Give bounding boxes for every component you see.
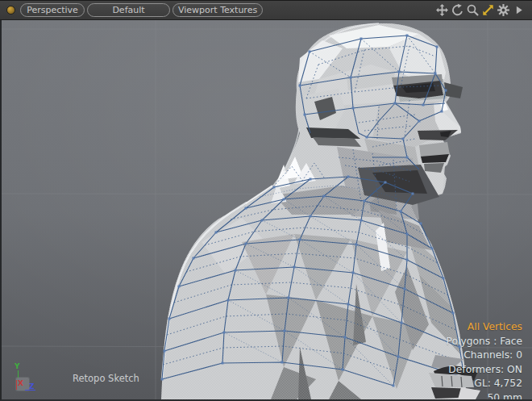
polygons-mode-label: Polygons : Face (447, 335, 523, 349)
tool-mode-label: Retopo Sketch (73, 373, 139, 384)
axis-y-line (18, 370, 19, 378)
3d-viewport-window: Perspective Default Viewport Textures (0, 0, 532, 401)
perspective-button[interactable]: Perspective (20, 3, 85, 17)
viewport-textures-button[interactable]: Viewport Textures (172, 3, 263, 17)
3d-viewport: All Vertices Polygons : Face Channels: 0… (0, 20, 532, 401)
axis-z-line (25, 390, 35, 391)
channels-count-label: Channels: 0 (447, 349, 523, 363)
viewport-hud: All Vertices Polygons : Face Channels: 0… (447, 320, 523, 401)
viewport-menu-dot[interactable] (6, 6, 15, 15)
axis-gizmo: Y X Z (13, 363, 42, 395)
viewport-header-bar: Perspective Default Viewport Textures (0, 0, 532, 20)
focal-length-label: 50 mm (447, 391, 523, 401)
pan-icon[interactable] (435, 3, 449, 17)
gear-icon[interactable] (497, 3, 510, 17)
axis-x-line (16, 380, 17, 390)
rotate-icon[interactable] (451, 3, 464, 17)
gl-count-label: GL: 4,752 (447, 377, 523, 391)
viewport-toolbar (435, 3, 532, 17)
selection-mode-label[interactable]: All Vertices (447, 320, 523, 335)
axis-x-label: X (18, 379, 23, 387)
zoom-icon[interactable] (466, 3, 480, 17)
axis-y-label: Y (15, 362, 20, 370)
fit-view-icon[interactable] (481, 3, 495, 17)
render-style-button[interactable]: Default (87, 3, 170, 17)
deformers-status-label: Deformers: ON (447, 363, 523, 378)
expand-arrow-icon[interactable] (512, 3, 526, 17)
